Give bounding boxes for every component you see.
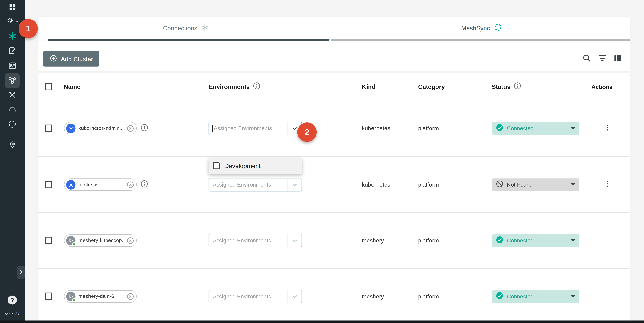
sidebar-item-mesh[interactable] bbox=[0, 73, 25, 88]
dashboard-icon bbox=[8, 3, 16, 13]
header-actions: Actions bbox=[592, 83, 612, 90]
sidebar-item-extensions[interactable] bbox=[0, 120, 25, 130]
caret-down-icon bbox=[571, 127, 575, 129]
plus-circle-icon bbox=[50, 55, 57, 63]
meshery-icon bbox=[66, 291, 76, 301]
row-checkbox[interactable] bbox=[45, 125, 52, 132]
chevron-down-icon[interactable] bbox=[288, 234, 301, 247]
status-badge[interactable]: Not Found bbox=[492, 178, 579, 191]
active-tab-indicator bbox=[48, 39, 329, 41]
table-row: in-cluster Assigned Environments bbox=[38, 156, 630, 212]
status-label: Not Found bbox=[507, 181, 571, 188]
window-bottom-edge bbox=[0, 320, 644, 323]
row-actions-empty: - bbox=[606, 293, 608, 300]
header-name: Name bbox=[64, 83, 80, 90]
online-dot bbox=[72, 242, 76, 246]
close-icon[interactable] bbox=[126, 181, 134, 188]
tab-meshsync[interactable]: MeshSync bbox=[334, 17, 630, 39]
caret-down-icon bbox=[571, 239, 575, 242]
close-icon[interactable] bbox=[126, 124, 134, 132]
status-badge[interactable]: Connected bbox=[492, 290, 579, 303]
status-badge[interactable]: Connected bbox=[492, 234, 579, 247]
online-dot bbox=[72, 298, 76, 302]
caret-down-icon bbox=[571, 183, 575, 186]
row-checkbox[interactable] bbox=[45, 237, 52, 244]
sidebar-item-toolkit[interactable] bbox=[0, 91, 25, 101]
tab-connections[interactable]: Connections bbox=[38, 17, 334, 39]
table-header-row: Name Environments Kind Category Status A… bbox=[38, 73, 630, 100]
not-found-icon bbox=[496, 180, 504, 189]
status-label: Connected bbox=[507, 237, 571, 244]
annotation-marker-2: 2 bbox=[297, 123, 316, 142]
sidebar-item-profiles[interactable] bbox=[0, 61, 25, 72]
performance-icon bbox=[8, 104, 17, 115]
info-icon[interactable] bbox=[140, 179, 149, 190]
select-all-checkbox[interactable] bbox=[45, 83, 52, 90]
info-icon[interactable] bbox=[140, 123, 149, 133]
info-icon[interactable] bbox=[513, 82, 522, 91]
table-row: kubernetes-admin... Assigned Environment… bbox=[38, 100, 630, 156]
connection-name: meshery-kubescop... bbox=[78, 238, 125, 243]
columns-icon[interactable] bbox=[613, 54, 622, 63]
check-circle-icon bbox=[496, 236, 504, 245]
chevron-down-icon[interactable] bbox=[288, 178, 301, 191]
connection-chip[interactable]: in-cluster bbox=[64, 178, 137, 191]
table-row: meshery-kubescop... Assigned Environment… bbox=[38, 212, 630, 268]
meshery-app: ? v0.7.77 Connections MeshSync bbox=[0, 0, 644, 323]
table-row: meshery-dain-6 Assigned Environments bbox=[38, 268, 630, 323]
extensions-icon bbox=[8, 120, 17, 130]
kubernetes-icon bbox=[66, 180, 76, 189]
connection-chip[interactable]: meshery-kubescop... bbox=[64, 234, 137, 247]
environments-placeholder: Assigned Environments bbox=[213, 290, 287, 303]
connection-name: in-cluster bbox=[78, 182, 125, 187]
info-icon[interactable] bbox=[253, 82, 261, 91]
settings-gear-icon bbox=[6, 17, 14, 26]
row-actions-menu-icon[interactable] bbox=[603, 123, 611, 133]
text-cursor bbox=[212, 125, 213, 132]
chevron-down-icon[interactable] bbox=[288, 290, 301, 303]
environments-select[interactable]: Assigned Environments bbox=[209, 178, 302, 191]
inactive-tab-track bbox=[331, 39, 630, 41]
row-checkbox[interactable] bbox=[45, 181, 52, 188]
sidebar-item-location[interactable] bbox=[0, 141, 25, 150]
close-icon[interactable] bbox=[126, 236, 134, 244]
main-content: Connections MeshSync bbox=[25, 0, 644, 323]
profiles-icon bbox=[8, 61, 16, 72]
question-icon: ? bbox=[10, 297, 14, 303]
sidebar-item-configuration[interactable] bbox=[0, 46, 25, 56]
menu-item-development[interactable]: Development bbox=[209, 158, 302, 174]
version-label: v0.7.77 bbox=[0, 311, 25, 316]
connection-chip[interactable]: meshery-dain-6 bbox=[64, 290, 137, 302]
option-checkbox[interactable] bbox=[213, 162, 220, 169]
sidebar-item-dashboard[interactable] bbox=[0, 3, 25, 13]
cell-category: platform bbox=[418, 293, 492, 300]
configuration-icon bbox=[8, 46, 16, 56]
connection-chip[interactable]: kubernetes-admin... bbox=[64, 122, 137, 134]
tab-connections-label: Connections bbox=[163, 25, 197, 32]
chevron-down-icon bbox=[15, 17, 19, 25]
environments-placeholder: Assigned Environments bbox=[214, 122, 287, 135]
cell-category: platform bbox=[418, 125, 492, 132]
add-cluster-button[interactable]: Add Cluster bbox=[43, 51, 100, 67]
row-checkbox[interactable] bbox=[45, 293, 52, 300]
row-actions-menu-icon[interactable] bbox=[603, 180, 611, 189]
cell-kind: meshery bbox=[362, 237, 418, 244]
sidebar-expand-button[interactable] bbox=[17, 266, 24, 279]
cell-kind: kubernetes bbox=[362, 181, 418, 188]
tab-bar: Connections MeshSync bbox=[38, 17, 630, 41]
connection-name: meshery-dain-6 bbox=[78, 293, 125, 299]
environments-select[interactable]: Assigned Environments bbox=[209, 234, 302, 247]
header-status: Status bbox=[492, 83, 510, 90]
sidebar-item-performance[interactable] bbox=[0, 104, 25, 115]
environments-select[interactable]: Assigned Environments bbox=[209, 122, 302, 135]
environments-select[interactable]: Assigned Environments bbox=[209, 289, 302, 303]
option-label: Development bbox=[224, 162, 260, 169]
filter-icon[interactable] bbox=[598, 54, 607, 63]
kubernetes-icon bbox=[66, 123, 76, 133]
header-category: Category bbox=[418, 83, 445, 90]
status-label: Connected bbox=[507, 293, 571, 299]
close-icon[interactable] bbox=[126, 292, 134, 300]
status-badge[interactable]: Connected bbox=[492, 122, 579, 135]
help-button[interactable]: ? bbox=[8, 295, 17, 305]
search-icon[interactable] bbox=[582, 54, 592, 63]
